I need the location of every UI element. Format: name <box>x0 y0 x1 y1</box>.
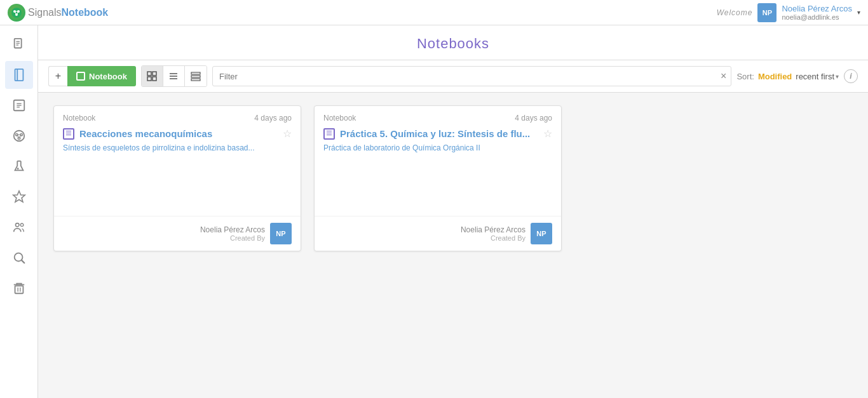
sort-area: Sort: Modified recent first ▾ <box>736 72 839 81</box>
filter-container: × <box>212 66 731 86</box>
notebook-icon-small <box>76 72 85 81</box>
svg-point-0 <box>11 8 22 18</box>
sidebar-item-trash[interactable] <box>5 274 33 302</box>
new-notebook-label: Notebook <box>89 72 127 81</box>
svg-rect-43 <box>191 79 200 81</box>
sidebar-item-lab[interactable] <box>5 152 33 180</box>
card-created-by-name: Noelia Pérez Arcos <box>200 225 265 234</box>
card-avatar: NP <box>531 223 552 244</box>
card-avatar: NP <box>270 223 292 244</box>
card-notebook-icon <box>323 128 335 140</box>
sidebar <box>0 25 38 398</box>
new-notebook-button[interactable]: Notebook <box>67 66 136 86</box>
page-title: Notebooks <box>38 36 868 52</box>
svg-rect-36 <box>147 77 151 81</box>
card-description[interactable]: Síntesis de esqueletos de pirrolizina e … <box>54 143 301 157</box>
sort-label: Sort: <box>736 72 754 81</box>
card-title[interactable]: Práctica 5. Química y luz: Síntesis de f… <box>340 128 530 139</box>
view-toggle-group <box>141 65 207 87</box>
filter-clear-button[interactable]: × <box>721 71 726 81</box>
user-email: noelia@addlink.es <box>782 13 852 21</box>
card-title-row: Práctica 5. Química y luz: Síntesis de f… <box>315 128 561 143</box>
sidebar-item-favorites[interactable] <box>5 183 33 211</box>
card-header: Notebook 4 days ago <box>315 106 561 128</box>
welcome-text: Welcome <box>717 8 753 17</box>
view-card-button[interactable] <box>142 66 163 86</box>
card-footer-text: Noelia Pérez Arcos Created By <box>461 225 526 242</box>
sort-order-chevron-icon: ▾ <box>836 73 839 80</box>
logo-icon <box>8 4 25 22</box>
card-footer-text: Noelia Pérez Arcos Created By <box>200 225 265 242</box>
svg-point-25 <box>17 168 18 169</box>
sidebar-item-tasks[interactable] <box>5 91 33 119</box>
card-star-button[interactable]: ☆ <box>543 128 552 140</box>
svg-rect-31 <box>15 286 23 293</box>
card-date: 4 days ago <box>254 114 292 123</box>
sort-field[interactable]: Modified <box>758 72 792 81</box>
card-footer: Noelia Pérez Arcos Created By NP <box>315 216 561 251</box>
main-content: Notebooks + Notebook <box>38 25 868 398</box>
card-type: Notebook <box>63 114 95 123</box>
notebook-card: Notebook 4 days ago Práctica 5. Química … <box>314 105 562 251</box>
sidebar-item-documents[interactable] <box>5 30 33 58</box>
svg-rect-34 <box>147 72 151 76</box>
card-notebook-icon <box>63 128 74 140</box>
sort-order-button[interactable]: recent first ▾ <box>796 72 839 81</box>
card-header: Notebook 4 days ago <box>54 106 301 128</box>
topbar: SignalsNotebook Welcome NP Noelia Pérez … <box>0 0 868 25</box>
svg-rect-42 <box>191 76 200 77</box>
sidebar-item-notebooks[interactable] <box>5 61 33 89</box>
card-date: 4 days ago <box>515 114 552 123</box>
cards-area: Notebook 4 days ago Reacciones mecanoquí… <box>38 93 868 264</box>
sidebar-item-chemistry[interactable] <box>5 122 33 150</box>
filter-input[interactable] <box>212 66 731 86</box>
svg-rect-41 <box>191 72 200 74</box>
user-dropdown-arrow[interactable]: ▾ <box>857 9 860 16</box>
user-avatar: NP <box>757 3 776 22</box>
view-other-button[interactable] <box>185 66 207 86</box>
card-type: Notebook <box>323 114 356 123</box>
card-created-by-label: Created By <box>461 234 526 242</box>
sidebar-item-users[interactable] <box>5 213 33 241</box>
svg-marker-26 <box>13 191 24 202</box>
logo: SignalsNotebook <box>8 4 108 22</box>
layout: Notebooks + Notebook <box>0 25 868 398</box>
card-created-by-name: Noelia Pérez Arcos <box>461 225 526 234</box>
notebook-card: Notebook 4 days ago Reacciones mecanoquí… <box>53 105 301 251</box>
logo-signals: Signals <box>28 7 61 18</box>
svg-point-28 <box>20 223 24 227</box>
info-button[interactable]: i <box>844 69 858 83</box>
page-title-area: Notebooks <box>38 25 868 60</box>
toolbar: + Notebook × <box>38 60 868 93</box>
logo-notebook-text: Notebook <box>61 7 108 18</box>
logo-text: SignalsNotebook <box>28 7 108 18</box>
user-info: Noelia Pérez Arcos noelia@addlink.es <box>782 4 852 21</box>
add-dropdown-button[interactable]: + <box>48 66 67 86</box>
add-notebook-container: + Notebook <box>48 66 136 86</box>
user-name: Noelia Pérez Arcos <box>782 4 852 13</box>
svg-rect-11 <box>15 69 23 81</box>
card-title[interactable]: Reacciones mecanoquímicas <box>79 128 212 139</box>
card-title-row: Reacciones mecanoquímicas ☆ <box>54 128 301 143</box>
svg-rect-37 <box>153 77 156 81</box>
svg-point-27 <box>15 223 19 227</box>
svg-rect-35 <box>153 72 156 76</box>
svg-line-30 <box>22 260 24 263</box>
card-star-button[interactable]: ☆ <box>283 128 292 140</box>
sidebar-item-search[interactable] <box>5 244 33 272</box>
card-footer: Noelia Pérez Arcos Created By NP <box>54 216 301 251</box>
sort-order-text: recent first <box>796 72 834 81</box>
view-list-button[interactable] <box>163 66 185 86</box>
card-created-by-label: Created By <box>200 234 265 242</box>
user-area: Welcome NP Noelia Pérez Arcos noelia@add… <box>717 3 860 22</box>
card-description[interactable]: Práctica de laboratorio de Química Orgán… <box>315 143 561 157</box>
